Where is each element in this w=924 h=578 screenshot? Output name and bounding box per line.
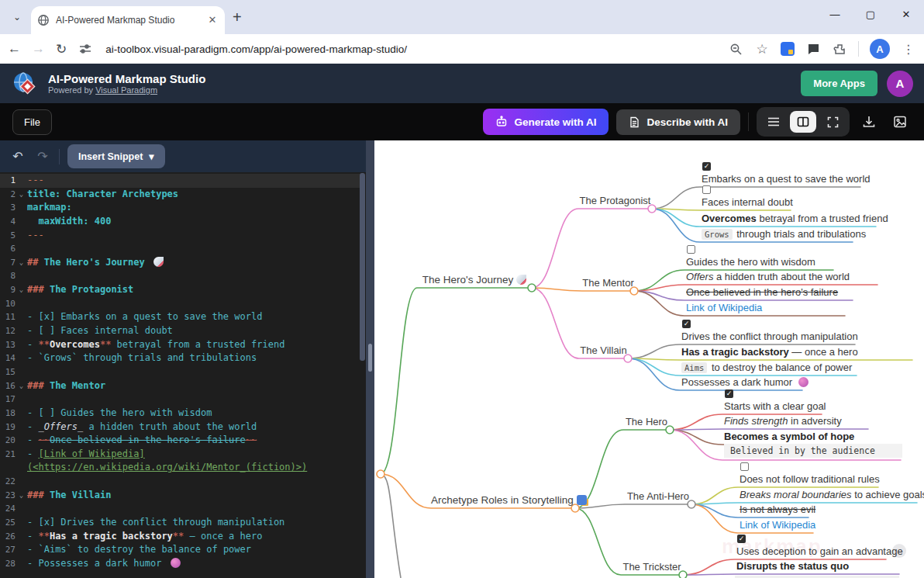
code-line[interactable]: 16⌄### The Mentor xyxy=(0,379,360,393)
map-node-protagonist[interactable]: The Protagonist xyxy=(578,195,652,209)
code-line[interactable]: 6 xyxy=(0,242,360,256)
split-view-icon[interactable] xyxy=(790,111,816,133)
back-icon[interactable]: ← xyxy=(8,41,21,57)
code-line[interactable]: 20- ~~Once believed in the hero's failur… xyxy=(0,434,360,448)
map-leaf-p3[interactable]: Overcomes betrayal from a trusted friend xyxy=(702,213,888,227)
map-node-trickster[interactable]: The Trickster xyxy=(621,561,683,575)
checkbox-checked[interactable]: ✓ xyxy=(737,535,746,543)
divider-scrollbar-thumb[interactable] xyxy=(368,344,372,372)
code-line[interactable]: 8 xyxy=(0,269,360,283)
code-line[interactable]: 28- Possesses a dark humor xyxy=(0,557,360,571)
wikipedia-link[interactable]: Link of Wikipedia xyxy=(740,519,815,531)
zoom-magnifier-icon[interactable] xyxy=(728,41,743,57)
describe-with-ai-button[interactable]: Describe with AI xyxy=(616,109,740,135)
map-leaf-t1[interactable]: ✓Uses deception to gain an advantage xyxy=(736,535,903,559)
export-image-icon[interactable] xyxy=(888,110,912,133)
generate-with-ai-button[interactable]: Generate with AI xyxy=(483,109,609,135)
map-leaf-v4[interactable]: Possesses a dark humor xyxy=(681,376,808,390)
panel-resize-divider[interactable] xyxy=(366,140,374,578)
map-leaf-a4[interactable]: Link of Wikipedia xyxy=(740,519,815,533)
chat-bubble-icon[interactable] xyxy=(805,41,821,57)
code-line[interactable]: 12- [ ] Faces internal doubt xyxy=(0,324,360,338)
checkbox-unchecked[interactable] xyxy=(740,462,749,471)
code-line[interactable]: 18- [ ] Guides the hero with wisdom xyxy=(0,407,360,421)
code-line[interactable]: 10 xyxy=(0,297,360,311)
map-leaf-h2[interactable]: Finds strength in adversity xyxy=(724,415,842,429)
site-settings-tune-icon[interactable] xyxy=(78,41,93,57)
mindmap-panel[interactable]: markmap The Hero's JourneyArchetype Role… xyxy=(374,140,924,578)
fullscreen-view-icon[interactable] xyxy=(819,111,846,133)
map-leaf-h4[interactable]: Believed in by the audience xyxy=(724,444,902,460)
code-line[interactable]: 9⌄### The Protagonist xyxy=(0,283,360,297)
fold-chevron-icon[interactable]: ⌄ xyxy=(16,188,27,202)
browser-tab[interactable]: AI-Powered Markmap Studio ✕ xyxy=(31,6,225,34)
code-line[interactable]: 2⌄title: Character Archetypes xyxy=(0,188,360,202)
map-leaf-p1[interactable]: ✓Embarks on a quest to save the world xyxy=(702,162,871,187)
map-leaf-v2[interactable]: Has a tragic backstory — once a hero xyxy=(681,346,858,360)
insert-snippet-button[interactable]: Insert Snippet ▾ xyxy=(67,144,165,168)
map-leaf-h1[interactable]: ✓Starts with a clear goal xyxy=(724,389,826,414)
checkbox-unchecked[interactable] xyxy=(687,245,695,254)
code-line[interactable]: 15 xyxy=(0,365,360,379)
fold-chevron-icon[interactable]: ⌄ xyxy=(16,379,27,393)
fold-chevron-icon[interactable]: ⌄ xyxy=(16,283,27,297)
code-line[interactable]: 14- `Grows` through trials and tribulati… xyxy=(0,351,360,365)
file-menu-button[interactable]: File xyxy=(12,109,52,135)
code-line[interactable]: 22 xyxy=(0,475,360,489)
code-line[interactable]: 1--- xyxy=(0,174,360,188)
map-node-archetype_roles[interactable]: Archetype Roles in Storytelling xyxy=(431,494,575,508)
forward-icon[interactable]: → xyxy=(32,41,45,57)
visual-paradigm-link[interactable]: Visual Paradigm xyxy=(95,85,157,95)
wikipedia-link[interactable]: Link of Wikipedia xyxy=(686,302,762,313)
map-leaf-v1[interactable]: ✓Drives the conflict through manipulatio… xyxy=(681,320,858,344)
bookmark-star-icon[interactable]: ☆ xyxy=(754,41,770,57)
url-input[interactable]: ai-toolbox.visual-paradigm.com/app/ai-po… xyxy=(105,43,717,55)
window-minimize-icon[interactable]: — xyxy=(817,9,853,20)
fold-chevron-icon[interactable]: ⌄ xyxy=(16,256,27,270)
checkbox-checked[interactable]: ✓ xyxy=(682,320,691,328)
code-line[interactable]: 21- [Link of Wikipedia] xyxy=(0,448,360,462)
checkbox-checked[interactable]: ✓ xyxy=(725,389,733,398)
code-line[interactable]: 26- **Has a tragic backstory** — once a … xyxy=(0,530,360,544)
map-node-heros_journey[interactable]: The Hero's Journey xyxy=(417,274,532,288)
map-leaf-p4[interactable]: Grows through trials and tribulations xyxy=(702,228,866,242)
fold-chevron-icon[interactable]: ⌄ xyxy=(16,489,27,503)
checkbox-unchecked[interactable] xyxy=(702,185,711,194)
undo-icon[interactable]: ↶ xyxy=(9,149,26,164)
map-leaf-m2[interactable]: Offers a hidden truth about the world xyxy=(686,271,850,285)
map-leaf-m4[interactable]: Link of Wikipedia xyxy=(686,302,762,316)
code-line[interactable]: 5--- xyxy=(0,229,360,243)
window-maximize-icon[interactable]: ▢ xyxy=(853,9,888,20)
code-line[interactable]: 27- `Aims` to destroy the balance of pow… xyxy=(0,543,360,557)
tab-search-chevron-icon[interactable]: ⌄ xyxy=(6,6,28,28)
map-node-mentor[interactable]: The Mentor xyxy=(582,277,634,291)
more-apps-button[interactable]: More Apps xyxy=(801,71,877,96)
code-line[interactable]: 19- _Offers_ a hidden truth about the wo… xyxy=(0,421,360,434)
code-line[interactable]: 23⌄### The Villain xyxy=(0,489,360,503)
map-node-villain[interactable]: The Villain xyxy=(579,344,628,358)
editor-only-view-icon[interactable] xyxy=(760,111,787,133)
tab-close-icon[interactable]: ✕ xyxy=(206,14,219,26)
map-leaf-m3[interactable]: Once believed in the hero's failure xyxy=(686,286,838,300)
code-line[interactable]: 11- [x] Embarks on a quest to save the w… xyxy=(0,310,360,324)
map-leaf-t2[interactable]: Disrupts the status quo xyxy=(736,560,849,574)
window-close-icon[interactable]: ✕ xyxy=(888,9,924,20)
checkbox-checked[interactable]: ✓ xyxy=(702,162,711,171)
extensions-puzzle-icon[interactable] xyxy=(832,41,847,57)
map-leaf-a2[interactable]: Breaks moral boundaries to achieve goals xyxy=(740,489,924,503)
browser-profile-avatar[interactable]: A xyxy=(870,39,890,59)
browser-menu-kebab-icon[interactable]: ⋮ xyxy=(901,41,916,57)
map-leaf-m1[interactable]: Guides the hero with wisdom xyxy=(686,245,815,270)
code-line[interactable]: 4 maxWidth: 400 xyxy=(0,215,360,229)
map-node-anti_hero[interactable]: The Anti-Hero xyxy=(625,490,691,504)
root-node-circle[interactable] xyxy=(377,470,384,478)
map-leaf-a1[interactable]: Does not follow traditional rules xyxy=(740,462,880,487)
map-leaf-h3[interactable]: Becomes a symbol of hope xyxy=(724,431,854,445)
download-icon[interactable] xyxy=(857,110,881,133)
extension-colored-icon[interactable] xyxy=(781,42,795,56)
map-leaf-a3[interactable]: Is not always evil xyxy=(740,504,815,517)
code-line[interactable]: 25- [x] Drives the conflict through mani… xyxy=(0,516,360,530)
editor-scrollbar-thumb[interactable] xyxy=(360,173,365,361)
redo-icon[interactable]: ↷ xyxy=(34,149,51,164)
account-avatar[interactable]: A xyxy=(887,71,913,97)
